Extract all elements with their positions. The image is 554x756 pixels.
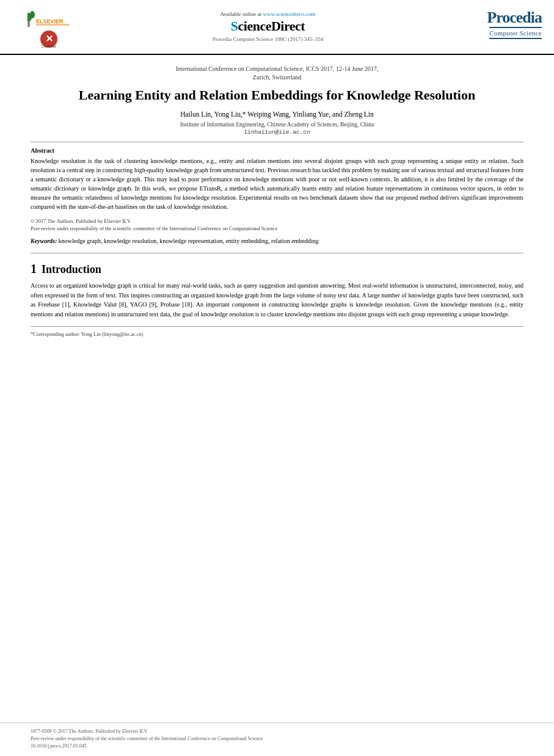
abstract-section: Abstract Knowledge resolution is the tas… [31,147,523,211]
abstract-text: Knowledge resolution is the task of clus… [31,156,523,211]
keywords-label: Keywords: [31,238,57,244]
page-header: ELSEVIER ✕ CrossMark Available online at… [0,0,554,55]
keywords-text: knowledge graph, knowledge resolution, k… [59,238,319,244]
copyright-text: © 2017 The Authors. Published by Elsevie… [31,217,523,233]
elsevier-logo: ELSEVIER [27,9,70,27]
affiliation: Institute of Information Engineering, Ch… [31,122,523,128]
sciencedirect-url[interactable]: www.sciencedirect.com [263,11,316,17]
authors: Hailun Lin, Yong Liu,* Weiping Wang, Yin… [31,111,523,118]
main-content: International Conference on Computationa… [0,55,554,351]
section1-number: 1 [31,262,37,276]
procedia-brand: Procedia Computer Science [450,9,542,39]
conference-info: International Conference on Computationa… [31,65,523,82]
page-footer: 1877-0509 © 2017 The Authors. Published … [0,722,554,756]
footnote: *Corresponding author: Yong Lin (linyong… [31,330,523,338]
footer-doi: 10.1016/j.procs.2017.05.045 [31,743,523,750]
crossmark-logo: ✕ CrossMark [39,29,59,49]
divider-after-authors [31,142,523,142]
procedia-title: Procedia [487,10,542,26]
footer-peer-review: Peer-review under responsibility of the … [31,735,523,743]
svg-text:✕: ✕ [45,34,53,44]
author-email: linhai1un@iie.ac.cn [31,129,523,136]
abstract-title: Abstract [31,147,523,154]
svg-text:ELSEVIER: ELSEVIER [36,18,64,24]
section1-heading: 1 Introduction [31,262,523,276]
svg-text:CrossMark: CrossMark [42,45,57,48]
publisher-logos: ELSEVIER ✕ CrossMark [12,9,86,49]
section1-paragraph1: Access to an organized knowledge graph i… [31,281,523,319]
paper-title: Learning Entity and Relation Embeddings … [31,87,523,104]
divider-before-intro [31,253,523,253]
available-online-text: Available online at www.sciencedirect.co… [221,11,316,17]
footnote-divider [31,326,523,327]
section1-title: Introduction [42,263,101,276]
journal-info: Procedia Computer Science 108C (2017) 34… [213,36,324,42]
svg-point-2 [30,11,35,18]
procedia-subtitle: Computer Science [489,27,542,39]
sciencedirect-title: ScienceDirect [231,18,305,34]
footer-issn: 1877-0509 © 2017 The Authors. Published … [31,728,523,735]
journal-header-center: Available online at www.sciencedirect.co… [92,9,444,42]
keywords-section: Keywords: knowledge graph, knowledge res… [31,236,523,245]
